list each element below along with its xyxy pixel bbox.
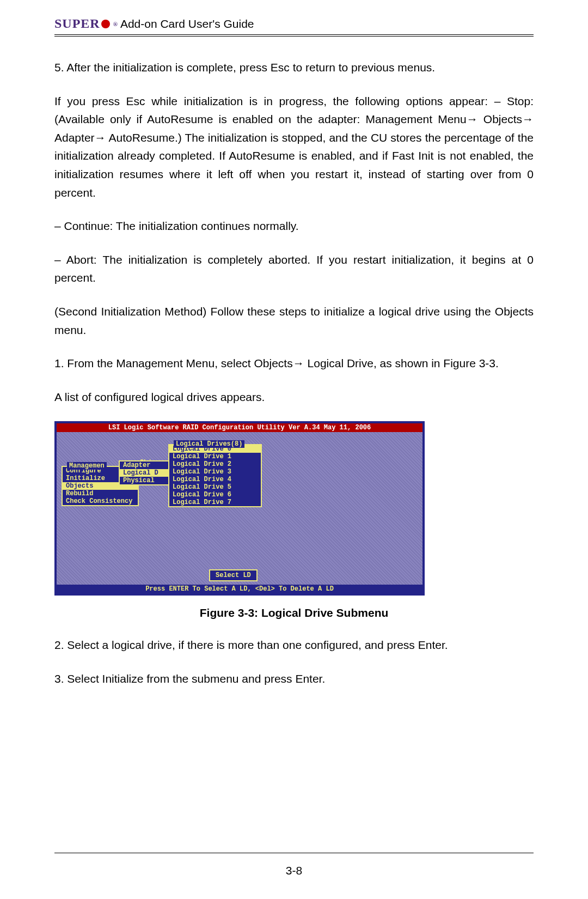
ld-item-7[interactable]: Logical Drive 7 xyxy=(169,499,261,506)
page-footer: 3-8 xyxy=(54,853,534,877)
utility-titlebar: LSI Logic Software RAID Configuration Ut… xyxy=(57,423,422,432)
ld-item-6[interactable]: Logical Drive 6 xyxy=(169,491,261,499)
ld-item-4[interactable]: Logical Drive 4 xyxy=(169,476,261,483)
logical-drives-title: Logical Drives(8) xyxy=(174,440,244,448)
ld-item-5[interactable]: Logical Drive 5 xyxy=(169,483,261,491)
logo-dot-icon xyxy=(101,20,110,28)
page-header: SUPER® Add-on Card User's Guide xyxy=(54,16,534,37)
paragraph: 5. After the initialization is complete,… xyxy=(54,58,534,77)
menu-item-physical[interactable]: Physical xyxy=(120,477,170,484)
figure-caption: Figure 3-3: Logical Drive Submenu xyxy=(54,606,534,619)
objects-menu[interactable]: Adapter Logical D Physical xyxy=(119,460,171,485)
ld-item-1[interactable]: Logical Drive 1 xyxy=(169,453,261,460)
registered-mark: ® xyxy=(113,21,118,27)
paragraph: 3. Select Initialize from the submenu an… xyxy=(54,670,534,688)
menu-item-logical-drive[interactable]: Logical D xyxy=(120,469,170,477)
menu-item-adapter[interactable]: Adapter xyxy=(120,461,170,469)
select-ld-box: Select LD xyxy=(209,569,258,581)
body-content: 5. After the initialization is complete,… xyxy=(54,58,534,688)
logical-drives-menu[interactable]: Logical Drives(8) Logical Drive 0 Logica… xyxy=(168,444,262,507)
ld-item-2[interactable]: Logical Drive 2 xyxy=(169,460,261,468)
embedded-screenshot: LSI Logic Software RAID Configuration Ut… xyxy=(54,421,534,596)
ld-item-3[interactable]: Logical Drive 3 xyxy=(169,468,261,476)
paragraph: – Abort: The initialization is completel… xyxy=(54,251,534,287)
paragraph: A list of configured logical drives appe… xyxy=(54,388,534,406)
document-title: Add-on Card User's Guide xyxy=(120,17,254,31)
menu-item-check-consistency[interactable]: Check Consistency xyxy=(63,497,138,505)
paragraph: – Continue: The initialization continues… xyxy=(54,217,534,235)
paragraph: (Second Initialization Method) Follow th… xyxy=(54,302,534,339)
menu-item-rebuild[interactable]: Rebuild xyxy=(63,490,138,497)
management-menu-title: Managemen xyxy=(67,462,107,470)
paragraph: 1. From the Management Menu, select Obje… xyxy=(54,354,534,373)
logo-text: SUPER xyxy=(54,16,100,31)
raid-utility-screen: LSI Logic Software RAID Configuration Ut… xyxy=(54,421,425,596)
paragraph: 2. Select a logical drive, if there is m… xyxy=(54,636,534,654)
paragraph: If you press Esc while initialization is… xyxy=(54,92,534,202)
page-number: 3-8 xyxy=(286,864,302,877)
brand-logo: SUPER® xyxy=(54,16,118,31)
utility-footer-hint: Press ENTER To Select A LD, <Del> To Del… xyxy=(57,585,422,593)
